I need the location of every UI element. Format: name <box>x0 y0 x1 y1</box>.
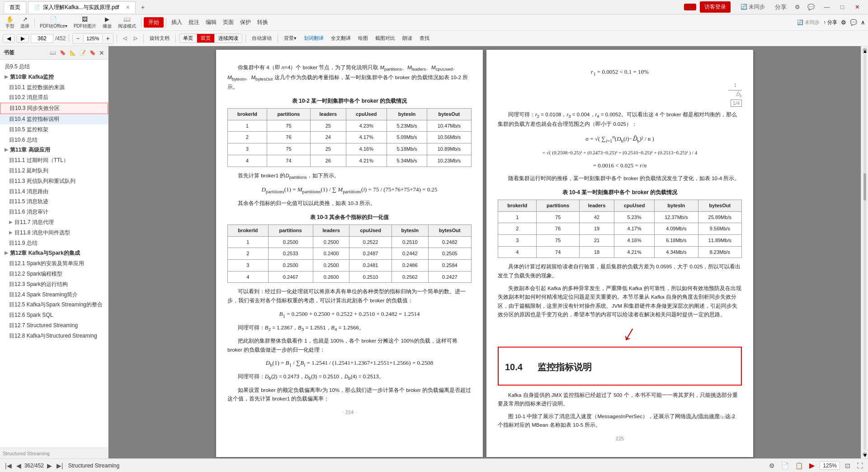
sidebar-icon-2[interactable]: 🔖 <box>58 49 67 56</box>
notification-badge[interactable]: 1 <box>684 4 696 10</box>
select-tool-button[interactable]: ↗ 选择 <box>18 14 32 31</box>
sidebar-icon-1[interactable]: 📖 <box>48 49 57 56</box>
scroll-down-icon[interactable]: ▼ <box>863 452 867 457</box>
sidebar-item-12-7[interactable]: 目12.7 Structured Streaming <box>0 320 108 331</box>
sidebar-item-ch10[interactable]: ▶ 第10章 Kafka监控 <box>0 72 108 82</box>
formula-result: = 0.0016 < 0.025 = r/n <box>498 161 742 171</box>
double-page-button[interactable]: 双页 <box>197 34 215 43</box>
comment-icon[interactable]: 💬 <box>805 4 817 10</box>
home-tab[interactable]: 首页 <box>4 1 26 13</box>
play-button[interactable]: ▶ 播放 <box>100 14 114 31</box>
sidebar-icon-4[interactable]: 📝 <box>78 49 87 56</box>
single-page-button[interactable]: 单页 <box>179 34 197 43</box>
add-tab-button[interactable]: + <box>137 2 148 13</box>
sidebar-item-11-5[interactable]: 目11.5 消息轨迹 <box>0 196 108 207</box>
hand-tool-button[interactable]: ✋ 手型 <box>3 14 17 31</box>
scroll-thumb[interactable] <box>863 173 866 200</box>
sidebar-item-12-8[interactable]: 目12.8 Kafka与Structured Streaming <box>0 331 108 341</box>
sidebar-item-12-6[interactable]: 目12.6 Spark SQL <box>0 310 108 320</box>
pdf-to-office-button[interactable]: 📄 PDF转Office▾ <box>37 14 70 31</box>
next-page-button[interactable]: ▶ <box>17 34 29 43</box>
prev-page-button[interactable]: ◀ <box>3 34 15 43</box>
sidebar-item-11-6[interactable]: 目11.6 消息审计 <box>0 207 108 217</box>
annotate-button[interactable]: 批注 <box>186 17 202 28</box>
sidebar-item-12-1[interactable]: 目12.1 Spark的安装及简单应用 <box>0 258 108 269</box>
convert-button[interactable]: 转换 <box>255 17 271 28</box>
sidebar-item-10-5[interactable]: 目10.5 监控框架 <box>0 124 108 135</box>
sidebar-item-11-3[interactable]: 目11.3 死信队列和重试队列 <box>0 176 108 186</box>
protect-button[interactable]: 保护 <box>237 17 254 28</box>
sidebar-item-11-7[interactable]: ▶ 目11.7 消息代理 <box>0 217 108 228</box>
prev-nav-button[interactable]: ◁ <box>120 34 129 42</box>
close-window-button[interactable]: ✕ <box>850 4 864 10</box>
sidebar-icon-5[interactable]: 🔖 <box>88 49 97 56</box>
sidebar-item-10-2[interactable]: 目10.2 消息滞后 <box>0 92 108 103</box>
sidebar-item-10-1[interactable]: 目10.1 监控数据的来源 <box>0 82 108 93</box>
t3-col-bytesin: bytesIn <box>655 200 698 212</box>
sidebar-item-11-9[interactable]: 目11.9 总结 <box>0 238 108 248</box>
sidebar-item-12-2[interactable]: 目12.2 Spark编程模型 <box>0 269 108 279</box>
expand-btn[interactable]: ∧ <box>861 19 865 26</box>
share-btn[interactable]: ↑ 分享 <box>823 19 837 26</box>
zoom-fit-button[interactable]: ⊡ <box>844 462 852 469</box>
sidebar-icon-3[interactable]: 📐 <box>68 49 77 56</box>
right-text-r1: 同理可得：r2 = 0.0108，r3 = 0.004，r4 = 0.0052。… <box>498 110 742 129</box>
background-button[interactable]: 背景▾ <box>281 33 299 43</box>
open-button[interactable]: 开始 <box>144 17 164 28</box>
page-input[interactable] <box>31 34 53 43</box>
right-scrollbar[interactable]: ▲ ▼ <box>861 46 868 458</box>
zoom-fullscreen-button[interactable]: ⛶ <box>855 462 864 469</box>
sidebar-item-ch11[interactable]: ▶ 第11章 高级应用 <box>0 145 108 155</box>
sidebar-item-10-3[interactable]: 目10.3 同步失效分区 <box>0 103 108 114</box>
settings-icon[interactable]: ⚙ <box>792 4 803 10</box>
visit-login-button[interactable]: 访客登录 <box>700 1 731 13</box>
pdf-to-image-button[interactable]: 🖼 PDF转图片 <box>71 14 99 31</box>
last-page-button[interactable]: ▶| <box>55 462 65 469</box>
scroll-button[interactable]: 连续阅读 <box>215 34 242 43</box>
insert-button[interactable]: 插入 <box>169 17 185 28</box>
bottom-page-info: 362/452 <box>24 462 44 469</box>
tab-area: 首页 📄 深入理解Kafka...与实践原理.pdf ✕ + <box>4 1 684 13</box>
chat-btn[interactable]: 💬 <box>850 19 857 26</box>
share-icon[interactable]: 分享 <box>771 3 790 11</box>
bottom-tool-2[interactable]: 📄 <box>780 462 790 469</box>
sidebar-item-12-3[interactable]: 目12.3 Spark的运行结构 <box>0 279 108 290</box>
next-page-bottom-button[interactable]: ▶ <box>46 462 53 469</box>
find-button[interactable]: 查找 <box>417 33 432 43</box>
bottom-tool-3[interactable]: 📋 <box>794 462 804 469</box>
prev-page-bottom-button[interactable]: ◀ <box>15 462 23 469</box>
sidebar-item-12-5[interactable]: 目12.5 Kafka与Spark Streaming的整合 <box>0 300 108 310</box>
sidebar-item-11-4[interactable]: 目11.4 消息路由 <box>0 186 108 197</box>
bottom-tool-1[interactable]: ⚙ <box>768 462 776 469</box>
close-tab-icon[interactable]: ✕ <box>126 5 130 10</box>
edit-button[interactable]: 编辑 <box>203 17 219 28</box>
auto-scroll-button[interactable]: 自动滚动 <box>249 33 274 43</box>
sidebar-item-10-4[interactable]: 目10.4 监控指标说明 <box>0 114 108 124</box>
sidebar-item-10-6[interactable]: 目10.6 总结 <box>0 135 108 145</box>
sidebar-item-11-1[interactable]: 目11.1 过期时间（TTL） <box>0 155 108 166</box>
full-trans-button[interactable]: 全文翻译 <box>328 33 354 43</box>
read-button[interactable]: 朗读 <box>400 33 415 43</box>
zoom-out-button[interactable]: － <box>73 33 83 43</box>
trans-mark-button[interactable]: 划词翻译 <box>301 33 326 43</box>
sidebar-item-12-4[interactable]: 目12.4 Spark Streaming简介 <box>0 290 108 300</box>
rotate-button[interactable]: 旋转文档 <box>147 33 172 43</box>
doc-tab[interactable]: 📄 深入理解Kafka...与实践原理.pdf ✕ <box>28 1 136 13</box>
sidebar-item-11-2[interactable]: 目11.2 延时队列 <box>0 166 108 176</box>
scroll-up-icon[interactable]: ▲ <box>863 48 867 52</box>
first-page-button[interactable]: |◀ <box>4 462 13 469</box>
sidebar-item-ch12[interactable]: ▶ 第12章 Kafka与Spark的集成 <box>0 248 108 258</box>
maximize-button[interactable]: □ <box>836 4 849 10</box>
read-mode-button[interactable]: 📖 阅读模式 <box>115 14 139 31</box>
minimize-button[interactable]: — <box>819 4 834 10</box>
next-nav-button[interactable]: ▷ <box>131 34 140 42</box>
compare-button[interactable]: 截图对比 <box>373 33 398 43</box>
draw-button[interactable]: 绘图 <box>355 33 371 43</box>
settings-btn2[interactable]: ⚙ <box>841 19 846 26</box>
pages-button[interactable]: 页面 <box>220 17 236 28</box>
sidebar-item-11-8[interactable]: ▶ 目11.8 消息中间件选型 <box>0 228 108 238</box>
bottom-tool-red[interactable]: ▶ <box>808 461 816 470</box>
sidebar-close-button[interactable]: ✕ <box>99 49 104 57</box>
zoom-in-button[interactable]: ＋ <box>103 33 113 43</box>
sidebar-item-9-5[interactable]: 员9.5 总结 <box>0 62 108 72</box>
